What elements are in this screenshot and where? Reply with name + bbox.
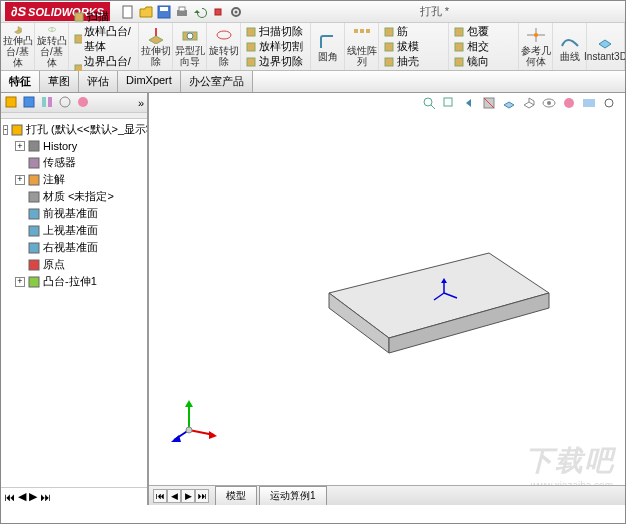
svg-rect-9 xyxy=(75,13,83,21)
hide-show-icon[interactable] xyxy=(541,95,557,111)
view-orientation-icon[interactable] xyxy=(501,95,517,111)
undo-icon[interactable] xyxy=(192,4,208,20)
save-icon[interactable] xyxy=(156,4,172,20)
svg-rect-40 xyxy=(29,226,39,236)
document-title: 打孔 * xyxy=(244,4,625,19)
tree-item[interactable]: 传感器 xyxy=(1,154,147,171)
rebuild-icon[interactable] xyxy=(210,4,226,20)
ribbon-wrap-group[interactable]: 包覆相交镜向 xyxy=(449,23,519,70)
panel-expand-icon[interactable]: » xyxy=(138,97,144,109)
tab-next-icon[interactable]: ▶ xyxy=(181,489,195,503)
view-settings-icon[interactable] xyxy=(601,95,617,111)
tree-item[interactable]: 上视基准面 xyxy=(1,222,147,239)
ribbon-pattern[interactable]: 线性阵 列 xyxy=(345,23,379,70)
svg-rect-38 xyxy=(29,192,39,202)
config-manager-icon[interactable] xyxy=(40,95,54,111)
tab-3[interactable]: DimXpert xyxy=(118,71,181,92)
ribbon-instant3d[interactable]: Instant3D xyxy=(587,23,625,70)
tree-item[interactable]: 前视基准面 xyxy=(1,205,147,222)
open-icon[interactable] xyxy=(138,4,154,20)
ribbon-extrude[interactable]: 拉伸凸 台/基 体 xyxy=(1,23,35,70)
graphics-viewport[interactable]: 下载吧 www.xiazaiba.com ⏮ ◀ ▶ ⏭ 模型运动算例1 xyxy=(149,93,625,505)
ribbon-rib-group[interactable]: 筋拔模抽壳 xyxy=(379,23,449,70)
tree-label: 注解 xyxy=(43,172,65,187)
svg-rect-36 xyxy=(29,158,39,168)
svg-point-59 xyxy=(186,427,192,433)
svg-rect-10 xyxy=(75,35,82,43)
svg-rect-5 xyxy=(215,9,221,15)
history-icon xyxy=(27,139,41,153)
ribbon-fillet[interactable]: 圆角 xyxy=(311,23,345,70)
svg-rect-37 xyxy=(29,175,39,185)
apply-scene-icon[interactable] xyxy=(581,95,597,111)
ribbon-sweep-group[interactable]: 扫描放样凸台/基体边界凸台/基体 xyxy=(69,23,139,70)
property-manager-icon[interactable] xyxy=(22,95,36,111)
plane-icon xyxy=(27,224,41,238)
svg-rect-28 xyxy=(6,97,16,107)
panel-bottom-nav: ⏮ ◀ ▶ ⏭ xyxy=(1,487,147,505)
nav-prev-icon[interactable]: ◀ xyxy=(18,490,26,503)
expand-icon[interactable]: + xyxy=(15,175,25,185)
svg-rect-20 xyxy=(366,29,370,33)
previous-view-icon[interactable] xyxy=(461,95,477,111)
tab-first-icon[interactable]: ⏮ xyxy=(153,489,167,503)
section-view-icon[interactable] xyxy=(481,95,497,111)
ribbon-curves[interactable]: 曲线 xyxy=(553,23,587,70)
tree-item[interactable]: -打孔 (默认<<默认>_显示状态 xyxy=(1,121,147,138)
print-icon[interactable] xyxy=(174,4,190,20)
tab-last-icon[interactable]: ⏭ xyxy=(195,489,209,503)
expand-icon[interactable]: - xyxy=(3,125,8,135)
ribbon-ref-geom[interactable]: 参考几 何体 xyxy=(519,23,553,70)
expand-icon[interactable]: + xyxy=(15,141,25,151)
svg-rect-25 xyxy=(455,43,463,51)
tree-label: 右视基准面 xyxy=(43,240,98,255)
svg-rect-15 xyxy=(247,28,255,36)
tab-4[interactable]: 办公室产品 xyxy=(181,71,253,92)
tree-item[interactable]: 原点 xyxy=(1,256,147,273)
nav-last-icon[interactable]: ⏭ xyxy=(40,491,51,503)
edit-appearance-icon[interactable] xyxy=(561,95,577,111)
svg-rect-19 xyxy=(360,29,364,33)
dimxpert-manager-icon[interactable] xyxy=(58,95,72,111)
expand-icon[interactable]: + xyxy=(15,277,25,287)
tree-item[interactable]: +History xyxy=(1,138,147,154)
tab-nav-arrows: ⏮ ◀ ▶ ⏭ xyxy=(153,489,209,503)
tree-item[interactable]: +注解 xyxy=(1,171,147,188)
tree-label: 凸台-拉伸1 xyxy=(43,274,97,289)
tab-0[interactable]: 特征 xyxy=(1,71,40,92)
nav-next-icon[interactable]: ▶ xyxy=(29,490,37,503)
ribbon-cut-extrude[interactable]: 拉伸切 除 xyxy=(139,23,173,70)
svg-point-14 xyxy=(217,31,231,39)
material-icon xyxy=(27,190,41,204)
tab-prev-icon[interactable]: ◀ xyxy=(167,489,181,503)
svg-rect-34 xyxy=(12,125,22,135)
svg-rect-35 xyxy=(29,141,39,151)
tree-item[interactable]: 右视基准面 xyxy=(1,239,147,256)
ribbon-cut-revolve[interactable]: 旋转切 除 xyxy=(207,23,241,70)
display-style-icon[interactable] xyxy=(521,95,537,111)
motion-tab-0[interactable]: 模型 xyxy=(215,486,257,505)
tab-1[interactable]: 草图 xyxy=(40,71,79,92)
ribbon-cut-sweep-group[interactable]: 扫描切除放样切割边界切除 xyxy=(241,23,311,70)
svg-point-32 xyxy=(60,97,70,107)
svg-point-7 xyxy=(234,10,237,13)
zoom-area-icon[interactable] xyxy=(441,95,457,111)
zoom-fit-icon[interactable] xyxy=(421,95,437,111)
tree-item[interactable]: +凸台-拉伸1 xyxy=(1,273,147,290)
orientation-triad[interactable] xyxy=(169,395,219,445)
options-icon[interactable] xyxy=(228,4,244,20)
ribbon-revolve[interactable]: 旋转凸 台/基 体 xyxy=(35,23,69,70)
motion-tab-1[interactable]: 运动算例1 xyxy=(259,486,327,505)
svg-rect-2 xyxy=(160,7,168,11)
feature-tree-icon[interactable] xyxy=(4,95,18,111)
tree-label: 材质 <未指定> xyxy=(43,189,114,204)
nav-first-icon[interactable]: ⏮ xyxy=(4,491,15,503)
display-manager-icon[interactable] xyxy=(76,95,90,111)
tree-item[interactable]: 材质 <未指定> xyxy=(1,188,147,205)
tab-2[interactable]: 评估 xyxy=(79,71,118,92)
sensor-icon xyxy=(27,156,41,170)
ribbon-hole[interactable]: 异型孔 向导 xyxy=(173,23,207,70)
svg-marker-55 xyxy=(441,278,447,283)
feature-tree: -打孔 (默认<<默认>_显示状态+History传感器+注解材质 <未指定>前… xyxy=(1,119,147,305)
svg-rect-39 xyxy=(29,209,39,219)
